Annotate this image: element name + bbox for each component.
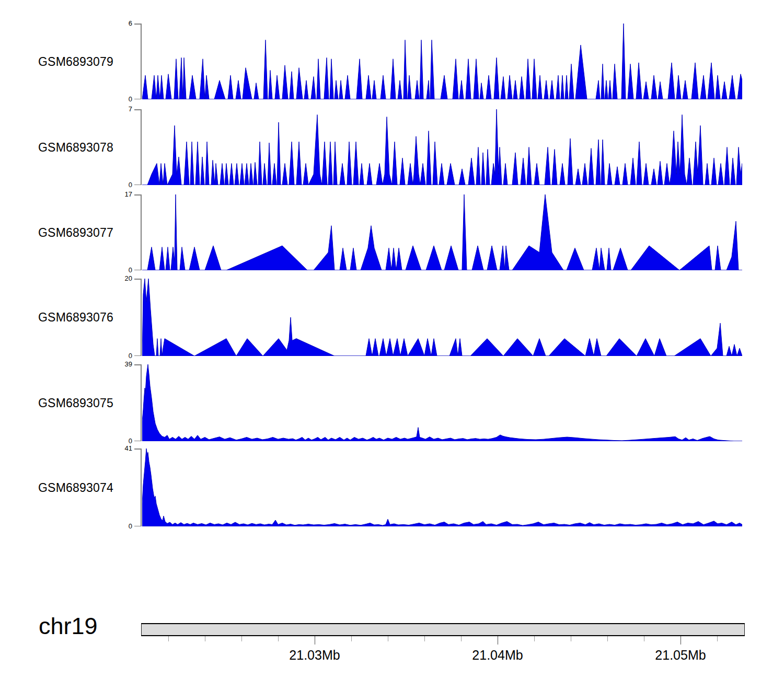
y-axis-max-label: 20 [107, 275, 132, 282]
track-row-gsm6893074: GSM6893074 41 0 [0, 448, 784, 526]
chromosome-ruler-bar [141, 623, 745, 636]
y-axis-line [141, 279, 142, 356]
y-axis-max-label: 6 [107, 20, 132, 27]
ruler-minor-tick [534, 636, 535, 641]
y-axis-line [141, 24, 142, 99]
ruler-minor-tick [717, 636, 718, 641]
ruler-major-tick [498, 636, 499, 645]
y-axis-max-label: 17 [107, 191, 132, 198]
y-axis-line [141, 364, 142, 441]
track-label: GSM6893078 [38, 140, 113, 154]
y-axis-bottom-tick [134, 99, 141, 100]
ruler-minor-tick [241, 636, 243, 641]
coverage-area-chart [142, 24, 742, 99]
coverage-area [142, 109, 742, 185]
y-axis-bottom-tick [134, 526, 141, 527]
y-axis-bottom-tick [134, 270, 141, 271]
track-label: GSM6893075 [38, 396, 113, 410]
y-axis-top-tick [134, 279, 141, 280]
coverage-area-chart [142, 279, 742, 356]
y-axis-bottom-tick [134, 441, 141, 442]
coverage-area [142, 279, 742, 356]
track-label: GSM6893076 [38, 310, 113, 325]
ruler-minor-tick [351, 636, 352, 641]
y-axis-top-tick [134, 24, 141, 25]
y-axis-bottom-tick [134, 185, 141, 186]
y-axis-zero-label: 0 [107, 523, 132, 530]
ruler-minor-tick [571, 636, 572, 641]
coverage-area-chart [142, 448, 742, 526]
coverage-area-chart [142, 109, 742, 185]
y-axis-line [141, 109, 142, 185]
ruler-minor-tick [388, 636, 389, 641]
ruler-ticks: 21.03Mb21.04Mb21.05Mb [0, 636, 784, 673]
y-axis-zero-label: 0 [107, 352, 132, 360]
y-axis-zero-label: 0 [107, 267, 132, 274]
ruler-minor-tick [278, 636, 279, 641]
y-axis-max-label: 7 [107, 106, 132, 113]
y-axis-max-label: 39 [107, 361, 132, 368]
y-axis-top-tick [134, 364, 141, 365]
ruler-minor-tick [424, 636, 425, 641]
coverage-area-chart [142, 364, 742, 441]
ruler-minor-tick [461, 636, 462, 641]
ruler-minor-tick [205, 636, 206, 641]
coverage-plot-page: { "chromosome": {"label": "chr19"}, "cha… [0, 0, 784, 690]
coverage-area [142, 24, 742, 99]
coverage-area [142, 364, 742, 441]
y-axis-top-tick [134, 194, 141, 196]
y-axis-top-tick [134, 448, 141, 450]
coverage-area [142, 194, 742, 270]
y-axis-zero-label: 0 [107, 181, 132, 189]
track-label: GSM6893079 [38, 54, 113, 68]
y-axis-line [141, 194, 142, 270]
ruler-major-tick [681, 636, 682, 645]
coverage-area [142, 448, 742, 526]
track-row-gsm6893075: GSM6893075 39 0 [0, 364, 784, 441]
y-axis-zero-label: 0 [107, 96, 132, 103]
ruler-minor-tick [168, 636, 169, 641]
coverage-area-chart [142, 194, 742, 270]
axis-tick-label: 21.04Mb [472, 648, 523, 663]
track-row-gsm6893077: GSM6893077 17 0 [0, 194, 784, 270]
y-axis-zero-label: 0 [107, 438, 132, 445]
track-label: GSM6893077 [38, 225, 113, 239]
y-axis-top-tick [134, 109, 141, 110]
axis-tick-label: 21.03Mb [289, 648, 340, 663]
track-row-gsm6893076: GSM6893076 20 0 [0, 279, 784, 356]
ruler-minor-tick [644, 636, 645, 641]
ruler-major-tick [315, 636, 316, 645]
y-axis-max-label: 41 [107, 445, 132, 452]
track-row-gsm6893079: GSM6893079 6 0 [0, 24, 784, 99]
track-row-gsm6893078: GSM6893078 7 0 [0, 109, 784, 185]
ruler-minor-tick [607, 636, 608, 641]
axis-tick-label: 21.05Mb [655, 648, 706, 663]
y-axis-line [141, 448, 142, 526]
track-label: GSM6893074 [38, 480, 113, 494]
y-axis-bottom-tick [134, 355, 141, 356]
